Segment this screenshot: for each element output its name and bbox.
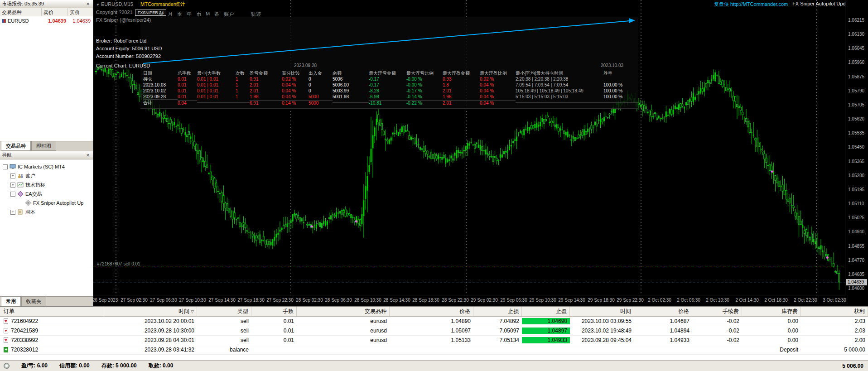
market-watch-tab-1[interactable]: 即时图 bbox=[31, 141, 56, 151]
terminal-col-9[interactable]: 价格 bbox=[634, 307, 692, 316]
terminal-col-0[interactable]: 订单 bbox=[0, 307, 104, 316]
tree-item-1[interactable]: +账户 bbox=[0, 171, 93, 180]
stats-cell bbox=[197, 102, 236, 103]
order-row-720421589[interactable]: 7204215892023.09.28 10:30:00sell0.01euru… bbox=[0, 326, 868, 336]
trade-marker-icon: ◆ bbox=[826, 255, 829, 260]
tree-item-label: EA交易 bbox=[25, 191, 42, 198]
period-button-7[interactable]: 账户 bbox=[224, 11, 234, 18]
navigator-tab-0[interactable]: 常用 bbox=[1, 297, 21, 306]
market-watch-col-1[interactable]: 卖价 bbox=[42, 8, 68, 16]
price-label: 1.06130 bbox=[848, 32, 864, 37]
period-button-1[interactable]: 月 bbox=[168, 11, 173, 18]
tree-item-2[interactable]: +技术指标 bbox=[0, 180, 93, 189]
period-button-8[interactable]: 轨迹 bbox=[251, 11, 261, 18]
period-button-4[interactable]: 币 bbox=[196, 11, 201, 18]
ea-icon bbox=[25, 200, 31, 206]
market-watch-row[interactable]: EURUSD1.046391.04639 bbox=[0, 16, 93, 25]
terminal-col-6[interactable]: 止损 bbox=[473, 307, 522, 316]
terminal-col-10[interactable]: 手续费 bbox=[692, 307, 742, 316]
stats-cell: -0.14 % bbox=[406, 94, 443, 99]
terminal-col-5[interactable]: 价格 bbox=[390, 307, 473, 316]
terminal-col-3[interactable]: 手数 bbox=[251, 307, 297, 316]
terminal-col-12[interactable]: 获利 bbox=[801, 307, 868, 316]
tree-expander-icon[interactable]: + bbox=[10, 173, 15, 178]
terminal-col-1[interactable]: 时间▽ bbox=[104, 307, 197, 316]
price-label: 1.05195 bbox=[848, 187, 864, 192]
market-watch-col-0[interactable]: 交易品种 bbox=[0, 8, 42, 16]
navigator-titlebar[interactable]: 导航 × bbox=[0, 151, 93, 159]
period-button-6[interactable]: 备 bbox=[214, 11, 219, 18]
tree-expander-icon[interactable]: - bbox=[10, 192, 15, 197]
tree-item-3[interactable]: -EA交易 bbox=[0, 189, 93, 198]
order-cell: 1.04687 bbox=[634, 318, 692, 324]
time-label: 28 Sep 18:30 bbox=[412, 298, 439, 303]
tp-cell: 1.04933 bbox=[522, 337, 570, 343]
order-id: 720421589 bbox=[11, 328, 38, 334]
tree-item-0[interactable]: -IC Markets (SC) MT4 bbox=[0, 162, 93, 171]
terminal-col-8[interactable]: 时间 bbox=[570, 307, 634, 316]
stats-cell: 0.01 | 0.01 bbox=[197, 77, 236, 82]
stats-cell: -10.81 bbox=[369, 100, 406, 106]
stats-table: 日期总手数最小|大手数次数盈亏金额百分比%出入金余额最大浮亏金额最大浮亏比例最大… bbox=[143, 70, 638, 106]
chart-symbol-title[interactable]: ▼ EURUSD,M15 bbox=[96, 1, 133, 7]
market-watch-tab-0[interactable]: 交易品种 bbox=[1, 141, 31, 151]
chart-dropdown-icon[interactable]: ▼ bbox=[96, 3, 100, 7]
stats-cell: 0.01 bbox=[178, 94, 197, 99]
terminal-col-2[interactable]: 类型 bbox=[197, 307, 251, 316]
terminal-status-bar: 盈/亏: 6.00 信用额: 0.00 存款: 5 000.00 取款: 0.0… bbox=[0, 360, 868, 371]
order-row-720328012[interactable]: 7203280122023.09.28 03:41:32balanceDepos… bbox=[0, 345, 868, 355]
equity-end-date: 2023.10.03 bbox=[601, 63, 623, 68]
terminal-col-7[interactable]: 止盈 bbox=[522, 307, 570, 316]
tree-expander-icon[interactable]: + bbox=[10, 183, 15, 188]
tree-expander-icon[interactable]: + bbox=[10, 210, 15, 215]
terminal-col-11[interactable]: 库存费 bbox=[742, 307, 801, 316]
tree-item-5[interactable]: +脚本 bbox=[0, 207, 93, 217]
mtcommander-link[interactable]: 复盘侠 http://MTCommander.com bbox=[714, 1, 788, 8]
time-label: 29 Sep 18:30 bbox=[588, 298, 615, 303]
stats-cell: 100.00 % bbox=[603, 82, 638, 87]
price-label: 1.05535 bbox=[848, 130, 864, 135]
market-watch-titlebar[interactable]: 市场报价: 05:35:39 × bbox=[0, 0, 93, 8]
terminal-col-4[interactable]: 交易品种 bbox=[297, 307, 390, 316]
period-button-5[interactable]: M bbox=[206, 11, 210, 18]
stats-cell: 2.01 bbox=[250, 82, 282, 87]
status-icon bbox=[4, 363, 10, 369]
market-watch-body: EURUSD1.046391.04639 bbox=[0, 16, 93, 25]
order-cell: 7.05134 bbox=[473, 337, 522, 343]
broker-line: Broker: RoboForex Ltd bbox=[96, 38, 146, 43]
period-button-3[interactable]: 年 bbox=[187, 11, 192, 18]
navigator-tab-1[interactable]: 收藏夹 bbox=[21, 297, 46, 306]
market-watch-col-2[interactable]: 买价 bbox=[68, 8, 92, 16]
status-withdrawal: 取款: 0.00 bbox=[149, 362, 174, 370]
period-button-0[interactable]: 周 bbox=[158, 11, 163, 18]
chart-area[interactable]: 2023.09.28 2023.10.03 日期总手数最小|大手数次数盈亏金额百… bbox=[93, 0, 868, 306]
period-button-2[interactable]: 季 bbox=[177, 11, 182, 18]
mtcommander-stats-panel: 2023.09.28 2023.10.03 日期总手数最小|大手数次数盈亏金额百… bbox=[140, 17, 638, 109]
time-label: 27 Sep 02:30 bbox=[121, 298, 148, 303]
stats-cell: 7:09:54 | 7:09:54 | 7:09:54 bbox=[516, 82, 603, 87]
sell-order-icon bbox=[4, 328, 8, 333]
stats-cell: 5003.99 bbox=[333, 88, 369, 93]
navigator-panel: 导航 × -IC Markets (SC) MT4+账户+技术指标-EA交易FX… bbox=[0, 151, 93, 306]
time-axis[interactable]: 26 Sep 202327 Sep 02:3027 Sep 06:3027 Se… bbox=[93, 295, 845, 306]
price-scale[interactable]: 1.04639 1.062151.061301.060451.059601.05… bbox=[845, 0, 868, 306]
navigator-close-icon[interactable]: × bbox=[85, 152, 91, 159]
equity-curve bbox=[140, 17, 638, 70]
stats-col-6: 出入金 bbox=[309, 70, 333, 77]
order-row-721604922[interactable]: 7216049222023.10.02 20:00:01sell0.01euru… bbox=[0, 317, 868, 326]
price-label: 1.06045 bbox=[848, 46, 864, 51]
market-watch-close-icon[interactable]: × bbox=[85, 1, 91, 7]
time-label: 28 Sep 14:30 bbox=[383, 298, 410, 303]
order-cell: 2023.09.28 09:45:04 bbox=[570, 337, 634, 343]
order-row-720338992[interactable]: 7203389922023.09.28 04:30:01sell0.01euru… bbox=[0, 336, 868, 345]
balance-icon bbox=[4, 347, 8, 352]
stats-cell: 1.96 bbox=[443, 94, 480, 99]
tree-item-4[interactable]: FX Sniper Autopilot Up bbox=[0, 198, 93, 207]
stats-col-2: 最小|大手数 bbox=[197, 70, 236, 77]
order-id: 720338992 bbox=[11, 337, 38, 343]
order-cell: 1.04890 bbox=[390, 318, 473, 324]
time-label: 28 Sep 06:30 bbox=[325, 298, 352, 303]
order-cell: sell bbox=[197, 328, 251, 334]
stats-cell: 0.01 bbox=[178, 82, 197, 87]
tree-expander-icon[interactable]: - bbox=[3, 164, 8, 169]
